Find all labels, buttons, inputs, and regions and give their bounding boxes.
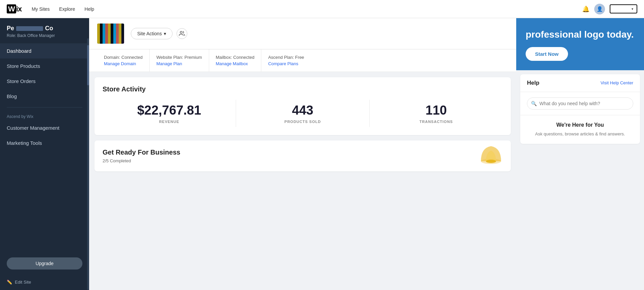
sidebar-user: Pe Co Role: Back Office Manager <box>0 25 89 43</box>
sidebar-item-label: Blog <box>7 93 17 99</box>
search-icon: 🔍 <box>531 101 537 106</box>
get-ready-title: Get Ready For Business <box>103 149 503 156</box>
progress-chart <box>479 144 503 165</box>
mailbox-label: Mailbox: Connected <box>216 55 255 60</box>
sidebar: Pe Co Role: Back Office Manager Dashboar… <box>0 18 89 290</box>
sidebar-item-store-orders[interactable]: Store Orders <box>0 74 89 89</box>
sidebar-divider <box>7 107 82 108</box>
upgrade-button[interactable]: Upgrade <box>7 257 82 270</box>
manage-mailbox-link[interactable]: Manage Mailbox <box>216 61 255 66</box>
avatar[interactable]: 👤 <box>594 4 605 14</box>
top-nav: Wix My Sites Explore Help 🔔 👤 ▾ <box>0 0 644 18</box>
products-sold-value: 443 <box>236 103 369 118</box>
sidebar-item-marketing-tools[interactable]: Marketing Tools <box>0 135 89 151</box>
user-name-suffix: Co <box>45 25 53 32</box>
chevron-down-icon: ▾ <box>164 31 166 36</box>
help-body: We're Here for You Ask questions, browse… <box>520 115 640 144</box>
plan-label: Website Plan: Premium <box>156 55 202 60</box>
revenue-stat: $22,767.81 REVENUE <box>103 100 236 127</box>
user-name-bar <box>16 26 43 31</box>
right-panel: professional logo today. Start Now Help … <box>516 18 644 290</box>
help-body-text: Ask questions, browse articles & find an… <box>527 131 633 137</box>
help-search-wrapper: 🔍 <box>527 97 633 110</box>
edit-site[interactable]: ✏️ Edit Site <box>0 276 89 290</box>
products-sold-stat: 443 PRODUCTS SOLD <box>236 100 370 127</box>
top-nav-right: 🔔 👤 ▾ <box>582 4 637 14</box>
site-actions-area: Site Actions ▾ <box>131 28 508 39</box>
store-activity-title: Store Activity <box>103 85 503 93</box>
site-thumbnail <box>97 24 124 44</box>
wix-logo: Wix <box>7 5 22 13</box>
nav-help[interactable]: Help <box>84 6 94 12</box>
transactions-label: TRANSACTIONS <box>370 120 503 124</box>
site-actions-label: Site Actions <box>137 31 162 36</box>
site-header-card: Site Actions ▾ <box>89 18 516 49</box>
svg-point-2 <box>486 160 496 163</box>
revenue-label: REVENUE <box>103 120 236 124</box>
sidebar-item-label: Store Products <box>7 63 40 69</box>
ascend-label: Ascend Plan: Free <box>268 55 304 60</box>
notification-bell-icon[interactable]: 🔔 <box>582 5 590 13</box>
sidebar-item-label: Marketing Tools <box>7 140 42 146</box>
manage-domain-link[interactable]: Manage Domain <box>104 61 143 66</box>
store-activity-card: Store Activity $22,767.81 REVENUE 443 PR… <box>94 77 511 135</box>
sidebar-item-store-products[interactable]: Store Products <box>0 58 89 74</box>
sidebar-nav: Dashboard Store Products Store Orders Bl… <box>0 43 89 252</box>
info-bar-ascend: Ascend Plan: Free Compare Plans <box>261 49 311 72</box>
edit-icon: ✏️ <box>7 280 12 285</box>
sidebar-user-name: Pe Co <box>7 25 82 32</box>
layout: Pe Co Role: Back Office Manager Dashboar… <box>0 18 644 290</box>
start-now-button[interactable]: Start Now <box>526 47 568 61</box>
sidebar-item-label: Customer Management <box>7 125 60 131</box>
help-header: Help Visit Help Center <box>520 74 640 92</box>
edit-site-label: Edit Site <box>15 280 31 285</box>
chevron-down-icon: ▾ <box>632 7 633 11</box>
nav-my-sites[interactable]: My Sites <box>32 6 50 12</box>
info-bar-plan: Website Plan: Premium Manage Plan <box>150 49 209 72</box>
invite-people-button[interactable] <box>177 28 187 39</box>
sidebar-scrollbar-thumb <box>87 45 89 85</box>
transactions-stat: 110 TRANSACTIONS <box>370 100 503 127</box>
help-card: Help Visit Help Center 🔍 We're Here for … <box>520 74 640 144</box>
help-body-title: We're Here for You <box>527 122 633 128</box>
sidebar-upgrade: Upgrade <box>0 252 89 276</box>
stats-row: $22,767.81 REVENUE 443 PRODUCTS SOLD 110… <box>103 100 503 127</box>
get-ready-progress: 2/5 Completed <box>103 158 503 163</box>
manage-plan-link[interactable]: Manage Plan <box>156 61 202 66</box>
domain-label: Domain: Connected <box>104 55 143 60</box>
promo-card: professional logo today. Start Now <box>516 18 644 70</box>
account-label <box>614 6 630 11</box>
promo-title: professional logo today. <box>526 29 635 40</box>
sidebar-scrollbar-track <box>87 38 89 290</box>
transactions-value: 110 <box>370 103 503 118</box>
visit-help-center-link[interactable]: Visit Help Center <box>601 80 633 85</box>
sidebar-user-role: Role: Back Office Manager <box>7 33 82 38</box>
main-content: Site Actions ▾ Domain: Connected Manage … <box>89 18 516 290</box>
site-actions-button[interactable]: Site Actions ▾ <box>131 28 173 39</box>
revenue-value: $22,767.81 <box>103 103 236 118</box>
get-ready-card: Get Ready For Business 2/5 Completed <box>94 140 511 171</box>
sidebar-item-blog[interactable]: Blog <box>0 89 89 104</box>
site-thumbnail-pattern <box>97 24 124 44</box>
help-search-input[interactable] <box>527 97 633 110</box>
sidebar-item-dashboard[interactable]: Dashboard <box>0 43 89 58</box>
svg-point-0 <box>180 31 182 33</box>
invite-icon <box>179 31 185 37</box>
sidebar-item-label: Dashboard <box>7 48 31 54</box>
account-dropdown[interactable]: ▾ <box>610 4 637 13</box>
products-sold-label: PRODUCTS SOLD <box>236 120 369 124</box>
info-bar-mailbox: Mailbox: Connected Manage Mailbox <box>209 49 262 72</box>
help-search: 🔍 <box>520 92 640 115</box>
info-bar-domain: Domain: Connected Manage Domain <box>97 49 150 72</box>
top-nav-links: My Sites Explore Help <box>32 6 582 12</box>
user-name-prefix: Pe <box>7 25 14 32</box>
help-title: Help <box>527 80 539 86</box>
sidebar-item-label: Store Orders <box>7 78 36 84</box>
compare-plans-link[interactable]: Compare Plans <box>268 61 304 66</box>
ascend-section-label: Ascend by Wix <box>0 111 89 120</box>
sidebar-item-customer-management[interactable]: Customer Management <box>0 120 89 135</box>
info-bar: Domain: Connected Manage Domain Website … <box>89 49 516 72</box>
nav-explore[interactable]: Explore <box>59 6 75 12</box>
